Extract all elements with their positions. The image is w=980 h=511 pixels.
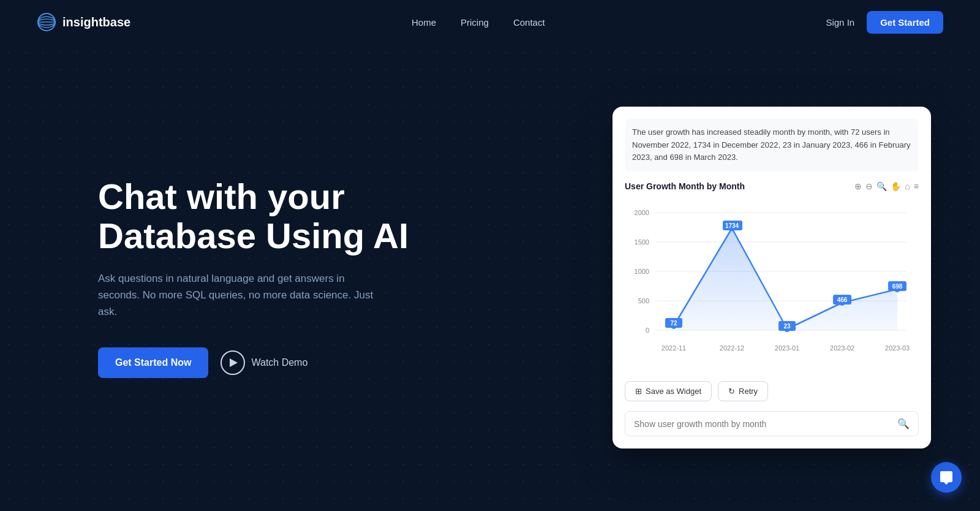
logo[interactable]: insightbase [37,12,130,32]
retry-button[interactable]: ↻ Retry [718,381,768,401]
home-icon[interactable]: ⌂ [905,181,910,191]
svg-text:23: 23 [783,323,791,330]
nav-contact[interactable]: Contact [513,17,545,28]
logo-text: insightbase [62,15,130,29]
svg-text:72: 72 [670,320,677,327]
chart-footer: ⊞ Save as Widget ↻ Retry [625,381,919,401]
get-started-now-button[interactable]: Get Started Now [98,347,208,378]
svg-text:500: 500 [638,297,649,305]
chart-card: The user growth has increased steadily m… [612,107,931,449]
hero-title: Chat with your Database Using AI [98,177,441,255]
retry-icon: ↻ [728,387,735,396]
svg-text:2023-01: 2023-01 [775,344,799,352]
pan-icon[interactable]: ✋ [891,181,901,191]
hero-subtitle: Ask questions in natural language and ge… [98,270,380,320]
svg-text:1000: 1000 [635,268,649,275]
svg-text:2022-11: 2022-11 [662,344,686,352]
navbar: insightbase Home Pricing Contact Sign In… [0,0,980,44]
svg-text:2000: 2000 [635,209,649,216]
svg-text:466: 466 [837,297,848,303]
magnify-icon[interactable]: 🔍 [876,181,887,191]
hero-right: The user growth has increased steadily m… [612,107,931,449]
chart-search-input[interactable] [634,419,897,429]
svg-text:698: 698 [892,283,903,290]
chart-header: User Growth Month by Month ⊕ ⊖ 🔍 ✋ ⌂ ≡ [625,181,919,191]
svg-text:2022-12: 2022-12 [720,344,744,352]
hero-section: Chat with your Database Using AI Ask que… [0,44,980,511]
logo-icon [37,12,56,32]
chart-controls: ⊕ ⊖ 🔍 ✋ ⌂ ≡ [854,181,919,191]
watch-demo-button[interactable]: Watch Demo [221,350,307,375]
chart-description: The user growth has increased steadily m… [625,119,919,172]
search-icon-button[interactable]: 🔍 [897,418,910,430]
chat-icon [939,470,954,485]
retry-label: Retry [739,387,758,396]
chat-bubble[interactable] [931,462,962,493]
widget-icon: ⊞ [635,387,642,396]
svg-text:2023-03: 2023-03 [885,344,910,352]
nav-links: Home Pricing Contact [412,17,545,28]
menu-icon[interactable]: ≡ [914,181,919,191]
chart-title: User Growth Month by Month [625,181,745,191]
svg-text:2023-02: 2023-02 [830,344,854,352]
zoom-out-icon[interactable]: ⊖ [865,181,873,191]
svg-text:0: 0 [646,327,649,334]
chart-svg: 2000 1500 1000 500 0 2022-11 2022-12 202… [625,197,919,369]
play-icon [221,350,245,375]
chart-search-bar: 🔍 [625,411,919,436]
nav-home[interactable]: Home [412,17,436,28]
save-widget-button[interactable]: ⊞ Save as Widget [625,381,712,401]
hero-buttons: Get Started Now Watch Demo [98,347,441,378]
get-started-nav-button[interactable]: Get Started [867,11,943,34]
save-widget-label: Save as Widget [646,387,701,396]
hero-left: Chat with your Database Using AI Ask que… [98,177,441,377]
svg-text:1734: 1734 [725,222,739,229]
svg-text:1500: 1500 [635,238,649,246]
nav-actions: Sign In Get Started [826,11,943,34]
watch-demo-label: Watch Demo [251,357,307,368]
sign-in-button[interactable]: Sign In [826,17,854,28]
zoom-in-icon[interactable]: ⊕ [854,181,862,191]
nav-pricing[interactable]: Pricing [461,17,489,28]
